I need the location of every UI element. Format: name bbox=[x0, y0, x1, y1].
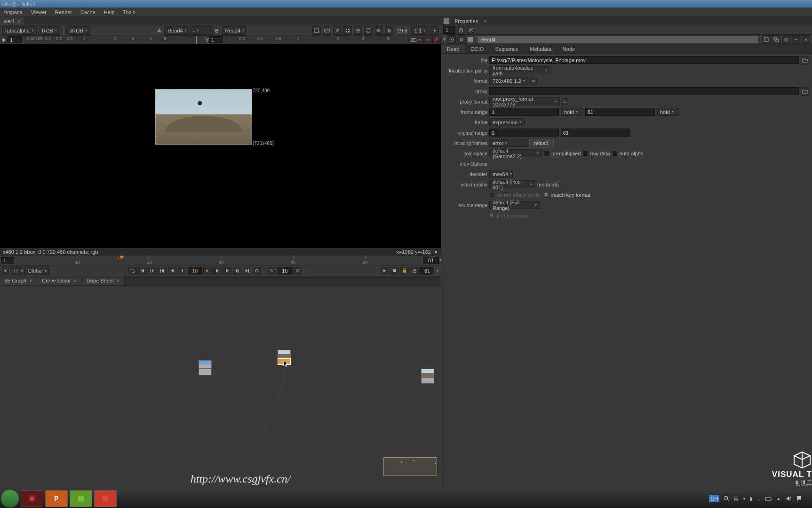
menu-viewer[interactable]: Viewer bbox=[27, 8, 51, 16]
gamma-ruler[interactable]: 0.2 0.4 0.5 1 2 3 5 bbox=[225, 36, 405, 44]
step-fwd-button[interactable] bbox=[223, 267, 231, 274]
pointer-button[interactable] bbox=[424, 36, 432, 44]
node-btn-2[interactable] bbox=[772, 35, 780, 44]
node-close-button[interactable]: × bbox=[802, 35, 810, 44]
step-back-button[interactable] bbox=[158, 267, 167, 274]
b-input-select[interactable]: Read4▾ bbox=[222, 26, 246, 35]
tab-curve-editor[interactable]: Curve Editor× bbox=[37, 276, 82, 285]
channel-select[interactable]: rgba.alpha▾ bbox=[2, 26, 37, 35]
task-app-powerpoint[interactable]: P bbox=[45, 490, 68, 507]
prefix-checkbox[interactable] bbox=[489, 192, 495, 198]
task-app-4[interactable] bbox=[94, 490, 117, 507]
node-graph[interactable]: http://www.csgjvfx.cn/ bbox=[0, 286, 441, 490]
lock-button[interactable] bbox=[400, 267, 409, 274]
tab-node[interactable]: Node bbox=[557, 45, 581, 53]
tab-node-graph[interactable]: de Graph× bbox=[0, 276, 37, 285]
file-browse-button[interactable] bbox=[801, 56, 809, 65]
clip-button[interactable] bbox=[312, 26, 321, 35]
record-button[interactable] bbox=[381, 267, 389, 274]
frame-mode-select[interactable]: expression▾ bbox=[489, 118, 525, 126]
keyboard-icon[interactable] bbox=[765, 495, 772, 502]
view-mode-select[interactable]: 2D▾ bbox=[407, 36, 424, 44]
prev-key-button[interactable] bbox=[148, 267, 157, 274]
proxy-field[interactable] bbox=[489, 87, 799, 95]
refresh-button[interactable] bbox=[364, 26, 373, 35]
ime-lang[interactable]: 英 bbox=[733, 495, 739, 502]
magnifier-icon[interactable] bbox=[723, 495, 730, 502]
current-frame-field[interactable]: 16 bbox=[188, 267, 202, 274]
flag-icon[interactable] bbox=[796, 495, 803, 502]
y-input[interactable] bbox=[209, 36, 223, 43]
close-icon[interactable]: × bbox=[29, 278, 32, 283]
orig-first-field[interactable] bbox=[489, 129, 559, 137]
proxy-format-select[interactable]: root.proxy_format 1024x778▾ bbox=[489, 97, 560, 105]
out-frame-field[interactable]: 61 bbox=[420, 267, 434, 274]
menu-cache[interactable]: Cache bbox=[76, 8, 100, 16]
tab-read[interactable]: Read bbox=[441, 45, 465, 53]
colorspace-select[interactable]: RGB▾ bbox=[39, 26, 60, 35]
reload-button[interactable]: reload bbox=[529, 139, 554, 147]
skip-fwd-button[interactable] bbox=[293, 267, 302, 274]
frame-last-field[interactable] bbox=[585, 108, 655, 116]
volume-icon[interactable] bbox=[786, 495, 792, 502]
play-back-button[interactable] bbox=[168, 267, 176, 274]
viewer-canvas[interactable]: 720,480 (720x480) bbox=[0, 44, 441, 248]
playback-menu-icon[interactable]: ▾ bbox=[437, 268, 439, 273]
tab-ocio[interactable]: OCIO bbox=[465, 45, 489, 53]
start-button[interactable] bbox=[1, 490, 19, 508]
read-node-selected[interactable] bbox=[278, 350, 292, 365]
menu-help[interactable]: Help bbox=[100, 8, 119, 16]
read-node-1[interactable] bbox=[199, 360, 213, 375]
node-btn-3[interactable] bbox=[782, 35, 790, 44]
roi-button[interactable] bbox=[343, 26, 352, 35]
half-width-icon[interactable]: ◗ bbox=[750, 496, 753, 502]
pencil-button[interactable] bbox=[432, 36, 441, 44]
task-app-3[interactable] bbox=[70, 490, 92, 507]
pause-button[interactable] bbox=[385, 26, 393, 35]
stop-button[interactable] bbox=[253, 267, 261, 274]
tab-sequence[interactable]: Sequence bbox=[489, 45, 524, 53]
menu-tools[interactable]: Tools bbox=[119, 8, 139, 16]
next-key-button[interactable] bbox=[233, 267, 241, 274]
timeline[interactable]: 10 20 30 40 50 60 61 16 61 ▾ bbox=[0, 256, 441, 266]
wipe-select[interactable]: -▾ bbox=[190, 26, 213, 35]
file-field[interactable] bbox=[489, 56, 799, 64]
tab-metadata[interactable]: Metadata bbox=[524, 45, 557, 53]
skip-back-button[interactable] bbox=[268, 267, 276, 274]
tab-dope-sheet[interactable]: Dope Sheet× bbox=[82, 276, 125, 285]
viewer-menu-button[interactable]: ▾ bbox=[430, 26, 439, 35]
source-range-select[interactable]: default (Full Range)▾ bbox=[489, 201, 540, 209]
clear-panels-button[interactable] bbox=[467, 26, 475, 34]
first-frame-button[interactable] bbox=[138, 267, 147, 274]
tray-blank-icon[interactable] bbox=[806, 495, 808, 502]
last-frame-button[interactable] bbox=[243, 267, 251, 274]
windows-taskbar[interactable]: P CH 英 ▼ ◗ ， ▲ bbox=[0, 489, 812, 508]
proxy-format-more-button[interactable]: ▭ bbox=[562, 98, 568, 105]
play-icon-button[interactable] bbox=[1, 37, 8, 43]
panel-menu-icon[interactable] bbox=[443, 18, 450, 24]
viewer-tab[interactable]: wer1 × bbox=[0, 17, 25, 25]
step-field[interactable]: 10 bbox=[278, 267, 292, 274]
timeline-menu-icon[interactable]: ▾ bbox=[439, 258, 442, 262]
ime-ch[interactable]: CH bbox=[709, 495, 719, 502]
proxy-browse-button[interactable] bbox=[801, 87, 809, 96]
raw-checkbox[interactable] bbox=[582, 151, 588, 156]
play-fwd-button[interactable] bbox=[213, 267, 222, 274]
node-color-swatch[interactable] bbox=[467, 36, 474, 43]
tray-triangle-icon[interactable]: ▲ bbox=[775, 495, 782, 502]
colorspace-select[interactable]: default (Gamma2.2)▾ bbox=[489, 149, 542, 157]
export-button[interactable] bbox=[410, 267, 419, 274]
ycbcr-select[interactable]: default (Rec 601)▾ bbox=[489, 180, 535, 188]
frame-input[interactable] bbox=[8, 36, 22, 43]
timeline-ruler[interactable]: 10 20 30 40 50 60 61 16 bbox=[16, 256, 439, 266]
close-icon[interactable]: × bbox=[18, 18, 21, 24]
auto-alpha-checkbox[interactable] bbox=[612, 151, 618, 156]
orig-last-field[interactable] bbox=[561, 129, 630, 137]
zoom-select[interactable]: 1:1▾ bbox=[411, 26, 429, 35]
menu-workspace[interactable]: rkspace bbox=[0, 8, 27, 16]
close-icon[interactable]: × bbox=[117, 278, 119, 283]
center-node-button[interactable] bbox=[447, 35, 456, 44]
lut-select[interactable]: sRGB▾ bbox=[66, 26, 90, 35]
gain-ruler[interactable]: 0.00125 0.1 0.2 0.3 1 2 3 4 5 bbox=[24, 36, 204, 44]
read-node-3[interactable] bbox=[421, 369, 435, 384]
